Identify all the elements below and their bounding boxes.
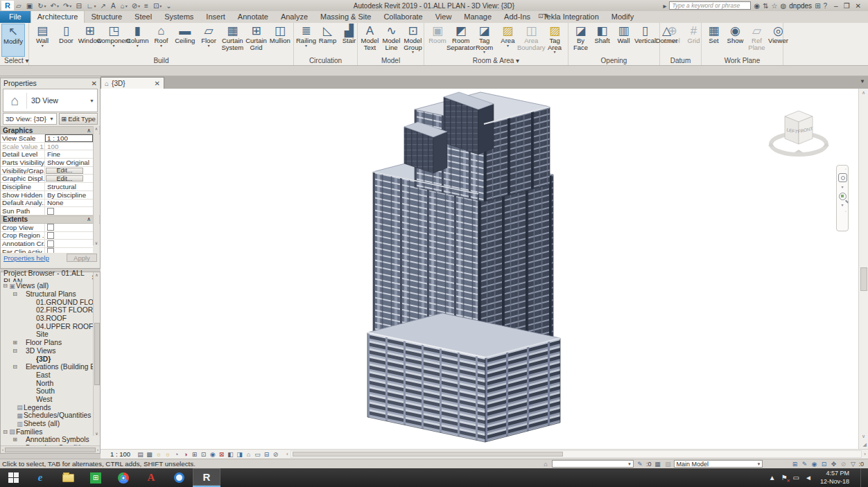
tree-item[interactable]: South xyxy=(1,387,100,396)
qat-icon[interactable]: ⊡▾ xyxy=(151,2,164,10)
tree-item[interactable]: ▤ Legends xyxy=(1,403,100,411)
tree-item-label[interactable]: Views (all) xyxy=(16,282,49,290)
tree-item-label[interactable]: West xyxy=(36,396,52,403)
property-row[interactable]: View Scale 1 : 100 xyxy=(1,134,93,143)
taskbar-chrome[interactable] xyxy=(110,468,137,487)
tree-item[interactable]: ▦ Schedules/Quantities (all) xyxy=(1,411,100,420)
ribbon-button[interactable]: ⊕ Level xyxy=(661,24,683,57)
tree-item-label[interactable]: Legends xyxy=(24,404,51,411)
view-control-icon[interactable]: ⊞ xyxy=(190,451,199,458)
property-value[interactable]: Edit... xyxy=(46,168,83,174)
view-control-icon[interactable]: ▤ xyxy=(136,451,145,458)
expander-icon[interactable]: ⊟ xyxy=(2,429,8,435)
scroll-down-icon[interactable]: ∨ xyxy=(862,434,865,439)
tree-item-label[interactable]: Boundary Conditions xyxy=(26,444,92,445)
properties-header[interactable]: Properties ✕ xyxy=(1,78,100,88)
ribbon-button[interactable]: ▦ Set xyxy=(703,24,724,57)
instance-combo[interactable]: 3D View: {3D} ▼ xyxy=(3,113,57,125)
property-row[interactable]: Annotation Cr... xyxy=(1,240,93,248)
scroll-up-icon[interactable]: ∧ xyxy=(95,126,98,131)
tree-item[interactable]: East xyxy=(1,371,100,380)
expander-icon[interactable]: ⊟ xyxy=(2,283,8,289)
canvas-vscrollbar[interactable]: ∧ ∨ ◢ xyxy=(858,89,868,449)
ribbon-button[interactable]: ◳ Component ▾ xyxy=(102,24,125,57)
expander-icon[interactable]: ⊟ xyxy=(12,364,18,370)
qat-icon[interactable]: ↷▾ xyxy=(61,2,73,10)
ribbon-button[interactable]: ▟ Stair xyxy=(338,24,360,57)
tree-item[interactable]: 04.UPPER ROOF xyxy=(1,322,100,330)
tree-item-label[interactable]: 03.ROOF xyxy=(36,315,67,322)
help-icon[interactable]: ? xyxy=(824,2,828,10)
scroll-up-icon[interactable]: ∧ xyxy=(95,272,98,277)
tree-item[interactable]: 01.GROUND FLOOR xyxy=(1,298,100,306)
signin-icon[interactable]: ⇅ xyxy=(763,2,768,10)
property-value[interactable] xyxy=(45,224,93,231)
ribbon-button[interactable]: # Grid xyxy=(683,24,704,57)
properties-scrollbar[interactable]: ∧∨ xyxy=(93,126,99,245)
apply-button[interactable]: Apply xyxy=(67,254,97,262)
navbar-pin-icon[interactable]: ◦ xyxy=(845,209,847,213)
property-row[interactable]: Parts Visibility Show Original xyxy=(1,159,93,167)
tree-item[interactable]: 03.ROOF xyxy=(1,315,100,323)
zoom-icon[interactable] xyxy=(839,193,847,200)
ribbon-button[interactable]: ⊞ Curtain Grid xyxy=(244,24,268,57)
close-icon[interactable]: ✕ xyxy=(155,80,160,87)
viewcube[interactable]: LEFT FRONT xyxy=(763,104,839,166)
browser-vscrollbar[interactable]: ∧∨ xyxy=(93,272,100,436)
tray-expand-icon[interactable]: ▲ xyxy=(769,474,776,481)
close-icon[interactable]: ✕ xyxy=(92,80,97,87)
property-value[interactable]: 100 xyxy=(45,143,93,150)
tree-item-label[interactable]: North xyxy=(36,380,53,387)
property-value[interactable] xyxy=(45,240,93,247)
tree-item[interactable]: ⊞ Boundary Conditions xyxy=(1,444,100,445)
ribbon-button[interactable]: ◫ Area Boundary xyxy=(519,24,543,57)
tree-item-label[interactable]: South xyxy=(36,387,55,395)
qat-icon[interactable]: A xyxy=(109,2,119,10)
property-row[interactable]: Visibility/Grap... Edit... xyxy=(1,167,93,175)
view-control-icon[interactable]: ▩ xyxy=(145,451,154,458)
show-desktop-button[interactable] xyxy=(860,468,864,487)
project-browser-header[interactable]: Project Browser - 01.ALL PLAN ✕ xyxy=(1,272,100,282)
expander-icon[interactable]: ⊞ xyxy=(12,436,18,443)
ribbon-tab[interactable]: Manage xyxy=(458,11,498,23)
ribbon-button[interactable]: ▤ Wall ▾ xyxy=(31,24,54,57)
properties-help-link[interactable]: Properties help xyxy=(3,254,49,262)
tree-item[interactable]: ⊟ Elevations (Building Elevation xyxy=(1,363,100,371)
chevron-down-icon[interactable]: ▼ xyxy=(89,98,97,103)
property-value[interactable]: Fine xyxy=(45,150,93,158)
qat-icon[interactable]: ⊘▾ xyxy=(130,2,142,10)
scroll-thumb[interactable] xyxy=(5,448,96,452)
ribbon-tab[interactable]: Systems xyxy=(158,11,200,23)
ribbon-button[interactable]: ▯ Vertical xyxy=(634,24,656,57)
tree-item-label[interactable]: Site xyxy=(36,330,49,338)
property-row[interactable]: Show Hidden ... By Discipline xyxy=(1,191,93,200)
tree-item-label[interactable]: Families xyxy=(16,428,42,436)
browser-hscrollbar[interactable]: ‹› xyxy=(1,445,100,453)
scroll-thumb[interactable] xyxy=(860,267,867,291)
ribbon-button[interactable]: ▮ Column ▾ xyxy=(125,24,149,57)
tree-item-label[interactable]: Sheets (all) xyxy=(24,420,60,427)
ribbon-button[interactable]: ⌂ Roof ▾ xyxy=(149,24,173,57)
scroll-track[interactable] xyxy=(290,450,862,458)
view-control-icon[interactable]: ☼ xyxy=(154,451,163,458)
taskbar-clock[interactable]: 4:57 PM 12-Nov-18 xyxy=(817,470,855,486)
property-value[interactable] xyxy=(45,248,93,253)
tree-item-label[interactable]: 3D Views xyxy=(26,347,55,355)
caret-down-icon[interactable]: ▾ xyxy=(841,184,843,189)
scroll-down-icon[interactable]: ∨ xyxy=(95,240,98,245)
ribbon-button[interactable]: ◫ Mullion xyxy=(268,24,292,57)
property-row[interactable]: Sun Path xyxy=(1,207,93,215)
selection-toggle-icon[interactable]: ⊘ xyxy=(839,461,847,468)
ribbon-button[interactable]: ◪ By Face xyxy=(570,24,591,57)
property-value[interactable]: 1 : 100 xyxy=(45,134,93,142)
ribbon-tab[interactable]: Insert xyxy=(200,11,232,23)
expander-icon[interactable]: ⊟ xyxy=(12,348,18,354)
scroll-up-icon[interactable]: ∧ xyxy=(862,90,865,96)
property-row[interactable]: Discipline Structural xyxy=(1,183,93,191)
property-row[interactable]: Scale Value 1: 100 xyxy=(1,143,93,151)
design-option-combo[interactable]: Main Model ▼ xyxy=(674,460,763,468)
selection-toggle-icon[interactable]: ✥ xyxy=(829,461,837,468)
ribbon-tab[interactable]: Analyze xyxy=(275,11,314,23)
scroll-thumb[interactable] xyxy=(293,452,563,457)
type-selector[interactable]: ⌂ 3D View ▼ xyxy=(3,89,98,112)
